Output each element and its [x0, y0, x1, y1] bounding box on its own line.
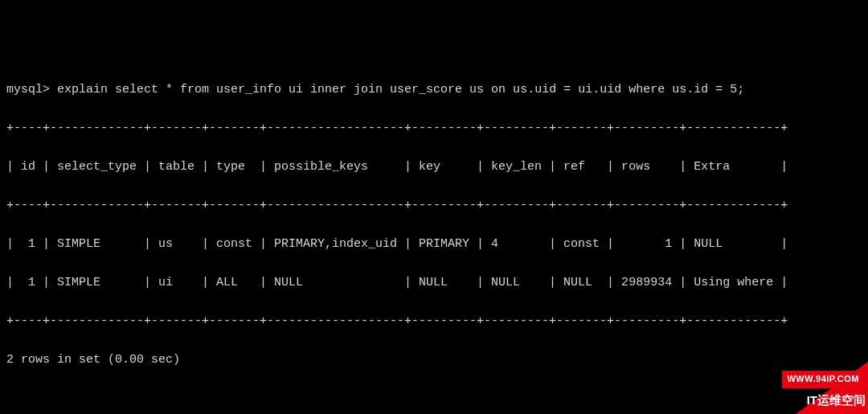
query1-table-border-mid: +----+-------------+-------+-------+----…: [6, 196, 862, 215]
query1-table-border-bot: +----+-------------+-------+-------+----…: [6, 312, 862, 331]
query1-table-row: | 1 | SIMPLE | ui | ALL | NULL | NULL | …: [6, 273, 862, 293]
query1-status: 2 rows in set (0.00 sec): [6, 350, 862, 370]
watermark-url: WWW.94IP.COM: [782, 371, 864, 388]
query1-table-row: | 1 | SIMPLE | us | const | PRIMARY,inde…: [6, 235, 862, 254]
mysql-prompt: mysql>: [6, 83, 50, 96]
query1-command: explain select * from user_info ui inner…: [57, 83, 744, 96]
query1-prompt-line: mysql> explain select * from user_info u…: [6, 80, 862, 100]
query1-table-header: | id | select_type | table | type | poss…: [6, 158, 862, 177]
query1-table-border-top: +----+-------------+-------+-------+----…: [6, 119, 862, 138]
blank-line: [6, 389, 862, 408]
